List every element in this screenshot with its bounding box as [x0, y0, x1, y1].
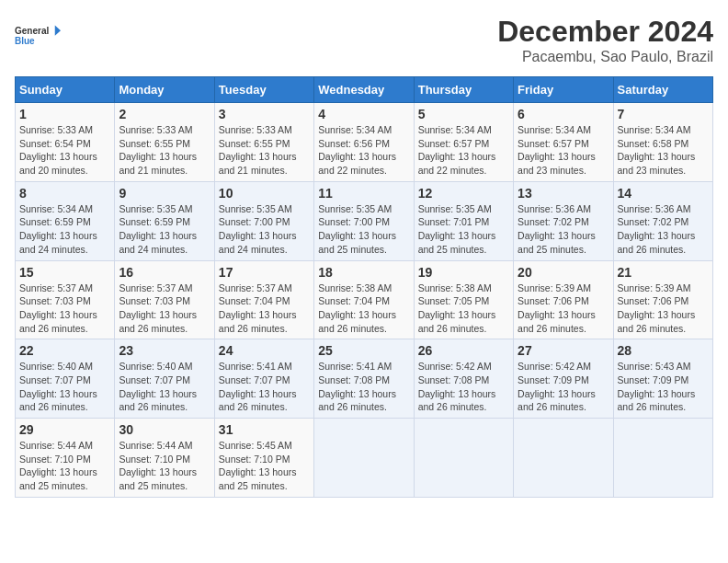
header-friday: Friday: [514, 77, 613, 103]
sunrise-text: Sunrise: 5:40 AM: [119, 360, 210, 373]
day-info: Sunrise: 5:41 AM Sunset: 7:07 PM Dayligh…: [219, 360, 310, 414]
sunset-text: Sunset: 7:07 PM: [119, 373, 210, 387]
header-monday: Monday: [115, 77, 214, 103]
daylight-text: Daylight: 13 hours: [119, 308, 210, 322]
sunset-text: Sunset: 7:06 PM: [618, 294, 709, 308]
daylight-minutes: and 25 minutes.: [119, 479, 210, 493]
sunrise-text: Sunrise: 5:42 AM: [418, 360, 509, 373]
calendar-cell: 12 Sunrise: 5:35 AM Sunset: 7:01 PM Dayl…: [414, 181, 513, 260]
sunset-text: Sunset: 7:10 PM: [219, 453, 310, 466]
logo: General Blue: [15, 15, 61, 56]
daylight-text: Daylight: 13 hours: [518, 150, 609, 164]
sunrise-text: Sunrise: 5:40 AM: [19, 360, 110, 373]
daylight-minutes: and 26 minutes.: [418, 400, 509, 414]
daylight-text: Daylight: 13 hours: [119, 229, 210, 243]
sunset-text: Sunset: 7:03 PM: [19, 294, 110, 308]
calendar-cell: 2 Sunrise: 5:33 AM Sunset: 6:55 PM Dayli…: [115, 103, 214, 182]
sunrise-text: Sunrise: 5:34 AM: [518, 123, 609, 137]
sunrise-text: Sunrise: 5:42 AM: [518, 360, 609, 373]
calendar-cell: 19 Sunrise: 5:38 AM Sunset: 7:05 PM Dayl…: [414, 260, 513, 339]
day-number: 28: [618, 343, 709, 358]
day-info: Sunrise: 5:41 AM Sunset: 7:08 PM Dayligh…: [318, 360, 409, 414]
header-thursday: Thursday: [414, 77, 513, 103]
day-number: 6: [518, 107, 609, 121]
header-sunday: Sunday: [16, 77, 115, 103]
daylight-text: Daylight: 13 hours: [618, 387, 709, 401]
main-title: December 2024: [497, 15, 713, 49]
header-tuesday: Tuesday: [214, 77, 313, 103]
calendar-cell: [514, 419, 613, 498]
week-row-1: 1 Sunrise: 5:33 AM Sunset: 6:54 PM Dayli…: [16, 103, 713, 182]
day-number: 26: [418, 343, 509, 358]
daylight-text: Daylight: 13 hours: [119, 150, 210, 164]
daylight-minutes: and 26 minutes.: [219, 400, 310, 414]
calendar-cell: 5 Sunrise: 5:34 AM Sunset: 6:57 PM Dayli…: [414, 103, 513, 182]
sunrise-text: Sunrise: 5:35 AM: [119, 202, 210, 216]
calendar-cell: 18 Sunrise: 5:38 AM Sunset: 7:04 PM Dayl…: [314, 260, 414, 339]
svg-text:Blue: Blue: [15, 36, 35, 46]
sunrise-text: Sunrise: 5:38 AM: [318, 282, 409, 295]
day-info: Sunrise: 5:34 AM Sunset: 6:56 PM Dayligh…: [318, 123, 409, 178]
day-number: 16: [119, 265, 210, 280]
calendar-cell: 11 Sunrise: 5:35 AM Sunset: 7:00 PM Dayl…: [314, 181, 414, 260]
daylight-text: Daylight: 13 hours: [418, 229, 509, 243]
calendar-cell: 29 Sunrise: 5:44 AM Sunset: 7:10 PM Dayl…: [16, 419, 115, 498]
calendar-cell: 17 Sunrise: 5:37 AM Sunset: 7:04 PM Dayl…: [214, 260, 313, 339]
sunrise-text: Sunrise: 5:44 AM: [19, 439, 110, 453]
sunrise-text: Sunrise: 5:35 AM: [219, 202, 310, 216]
daylight-minutes: and 26 minutes.: [219, 322, 310, 336]
day-number: 9: [119, 186, 210, 201]
sunrise-text: Sunrise: 5:41 AM: [219, 360, 310, 373]
day-number: 12: [418, 186, 509, 201]
daylight-minutes: and 26 minutes.: [518, 400, 609, 414]
day-info: Sunrise: 5:33 AM Sunset: 6:54 PM Dayligh…: [19, 123, 110, 178]
calendar-cell: 15 Sunrise: 5:37 AM Sunset: 7:03 PM Dayl…: [16, 260, 115, 339]
day-number: 15: [19, 265, 110, 280]
daylight-minutes: and 26 minutes.: [19, 400, 110, 414]
sunset-text: Sunset: 7:05 PM: [418, 294, 509, 308]
day-info: Sunrise: 5:34 AM Sunset: 6:59 PM Dayligh…: [19, 202, 110, 257]
daylight-text: Daylight: 13 hours: [219, 387, 310, 401]
calendar-cell: 6 Sunrise: 5:34 AM Sunset: 6:57 PM Dayli…: [514, 103, 613, 182]
day-number: 29: [19, 422, 110, 437]
calendar-cell: [314, 419, 414, 498]
day-info: Sunrise: 5:40 AM Sunset: 7:07 PM Dayligh…: [119, 360, 210, 414]
calendar-cell: [613, 419, 712, 498]
day-number: 24: [219, 343, 310, 358]
sunrise-text: Sunrise: 5:44 AM: [119, 439, 210, 453]
daylight-text: Daylight: 13 hours: [19, 150, 110, 164]
daylight-minutes: and 24 minutes.: [19, 243, 110, 257]
sunrise-text: Sunrise: 5:35 AM: [318, 202, 409, 216]
day-info: Sunrise: 5:43 AM Sunset: 7:09 PM Dayligh…: [618, 360, 709, 414]
day-info: Sunrise: 5:39 AM Sunset: 7:06 PM Dayligh…: [518, 282, 609, 336]
day-number: 30: [119, 422, 210, 437]
sunrise-text: Sunrise: 5:45 AM: [219, 439, 310, 453]
week-row-4: 22 Sunrise: 5:40 AM Sunset: 7:07 PM Dayl…: [16, 339, 713, 419]
sunset-text: Sunset: 7:06 PM: [518, 294, 609, 308]
daylight-text: Daylight: 13 hours: [318, 229, 409, 243]
title-block: December 2024 Pacaembu, Sao Paulo, Brazi…: [497, 15, 713, 65]
sunset-text: Sunset: 7:10 PM: [19, 453, 110, 466]
day-info: Sunrise: 5:37 AM Sunset: 7:03 PM Dayligh…: [19, 282, 110, 336]
daylight-text: Daylight: 13 hours: [618, 229, 709, 243]
day-info: Sunrise: 5:38 AM Sunset: 7:05 PM Dayligh…: [418, 282, 509, 336]
daylight-text: Daylight: 13 hours: [19, 229, 110, 243]
day-info: Sunrise: 5:36 AM Sunset: 7:02 PM Dayligh…: [518, 202, 609, 257]
svg-text:General: General: [15, 26, 49, 36]
calendar-cell: 3 Sunrise: 5:33 AM Sunset: 6:55 PM Dayli…: [214, 103, 313, 182]
calendar-cell: 28 Sunrise: 5:43 AM Sunset: 7:09 PM Dayl…: [613, 339, 712, 419]
sunrise-text: Sunrise: 5:33 AM: [219, 123, 310, 137]
daylight-minutes: and 26 minutes.: [618, 243, 709, 257]
sunset-text: Sunset: 7:03 PM: [119, 294, 210, 308]
sunrise-text: Sunrise: 5:37 AM: [19, 282, 110, 295]
sunset-text: Sunset: 7:00 PM: [318, 215, 409, 229]
daylight-minutes: and 25 minutes.: [19, 479, 110, 493]
daylight-minutes: and 24 minutes.: [219, 243, 310, 257]
sunrise-text: Sunrise: 5:35 AM: [418, 202, 509, 216]
calendar-cell: 1 Sunrise: 5:33 AM Sunset: 6:54 PM Dayli…: [16, 103, 115, 182]
day-number: 18: [318, 265, 409, 280]
calendar-cell: 22 Sunrise: 5:40 AM Sunset: 7:07 PM Dayl…: [16, 339, 115, 419]
daylight-minutes: and 21 minutes.: [119, 164, 210, 178]
calendar-cell: 30 Sunrise: 5:44 AM Sunset: 7:10 PM Dayl…: [115, 419, 214, 498]
day-number: 23: [119, 343, 210, 358]
